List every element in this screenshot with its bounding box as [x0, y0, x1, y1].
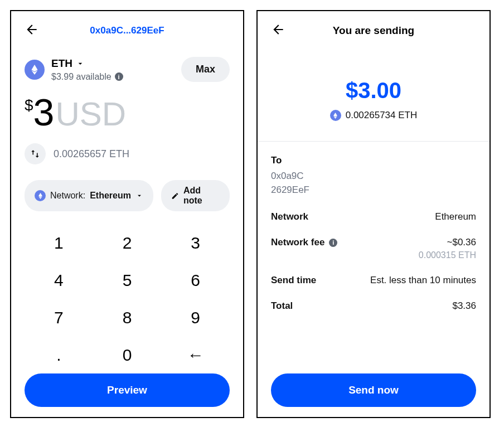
key-4[interactable]: 4: [25, 262, 93, 299]
time-value: Est. less than 10 minutes: [370, 275, 476, 286]
send-amount-screen: 0x0a9C...629EeF ETH $3.99 available i Ma…: [10, 10, 244, 418]
network-fee-row: Network fee i ~$0.36 0.000315 ETH: [271, 237, 476, 260]
arrow-left-icon: [25, 22, 39, 37]
swap-icon: [30, 149, 40, 159]
fee-crypto: 0.000315 ETH: [419, 250, 476, 260]
amount-currency: USD: [55, 98, 126, 131]
network-value: Ethereum: [435, 211, 476, 222]
key-decimal[interactable]: .: [25, 336, 93, 373]
fee-label: Network fee: [271, 237, 324, 248]
info-icon[interactable]: i: [115, 72, 123, 81]
asset-symbol: ETH: [51, 57, 72, 70]
page-title: You are sending: [271, 25, 476, 37]
key-6[interactable]: 6: [161, 262, 230, 299]
recipient-address: 0x0a9C...629EeF: [25, 25, 230, 36]
network-value: Ethereum: [90, 191, 131, 201]
network-row: Network Ethereum: [271, 211, 476, 222]
header: 0x0a9C...629EeF: [25, 19, 230, 42]
info-icon[interactable]: i: [329, 239, 337, 247]
eth-icon: [25, 60, 45, 80]
chevron-down-icon: [135, 192, 143, 200]
add-note-label: Add note: [183, 186, 220, 206]
chevron-down-icon: [76, 59, 85, 68]
key-backspace[interactable]: ←: [161, 336, 230, 373]
time-label: Send time: [271, 275, 316, 286]
key-5[interactable]: 5: [93, 262, 162, 299]
add-note-button[interactable]: Add note: [161, 180, 230, 211]
to-address-line2: 2629EeF: [271, 183, 476, 197]
details-list: To 0x0a9C 2629EeF Network Ethereum Netwo…: [271, 155, 476, 312]
key-3[interactable]: 3: [161, 225, 230, 262]
numeric-keypad: 1 2 3 4 5 6 7 8 9 . 0 ←: [25, 225, 230, 373]
network-prefix: Network:: [50, 191, 85, 201]
currency-symbol: $: [25, 96, 33, 114]
back-button[interactable]: [25, 22, 39, 39]
summary-amount: $3.00 0.00265734 ETH: [271, 78, 476, 121]
available-balance: $3.99 available: [51, 72, 112, 82]
header: You are sending: [271, 19, 476, 42]
amount-display: $ 3 USD: [25, 93, 230, 131]
amount-number: 3: [33, 93, 55, 131]
total-value: $3.36: [452, 300, 476, 312]
eth-icon: [35, 190, 46, 201]
to-label: To: [271, 155, 476, 166]
max-button[interactable]: Max: [181, 57, 230, 82]
total-label: Total: [271, 300, 293, 312]
asset-selector[interactable]: ETH: [51, 57, 123, 70]
key-2[interactable]: 2: [93, 225, 162, 262]
key-8[interactable]: 8: [93, 299, 162, 337]
key-1[interactable]: 1: [25, 225, 93, 262]
asset-row: ETH $3.99 available i Max: [25, 57, 230, 82]
send-time-row: Send time Est. less than 10 minutes: [271, 275, 476, 286]
send-now-button[interactable]: Send now: [271, 373, 476, 407]
to-row: To 0x0a9C 2629EeF: [271, 155, 476, 197]
fee-usd: ~$0.36: [419, 237, 476, 248]
converted-amount: 0.00265657 ETH: [54, 148, 129, 160]
key-9[interactable]: 9: [161, 299, 230, 337]
pencil-icon: [171, 192, 179, 200]
amount-usd: $3.00: [271, 78, 476, 103]
eth-icon: [330, 110, 341, 121]
total-row: Total $3.36: [271, 300, 476, 312]
to-address-line1: 0x0a9C: [271, 169, 476, 183]
key-7[interactable]: 7: [25, 299, 93, 337]
preview-button[interactable]: Preview: [25, 373, 230, 407]
send-confirm-screen: You are sending $3.00 0.00265734 ETH To …: [256, 10, 491, 418]
network-label: Network: [271, 211, 308, 222]
divider: [258, 141, 490, 142]
key-0[interactable]: 0: [93, 336, 162, 373]
amount-crypto: 0.00265734 ETH: [346, 110, 418, 121]
network-selector[interactable]: Network: Ethereum: [25, 180, 153, 211]
swap-currency-button[interactable]: [25, 143, 46, 164]
